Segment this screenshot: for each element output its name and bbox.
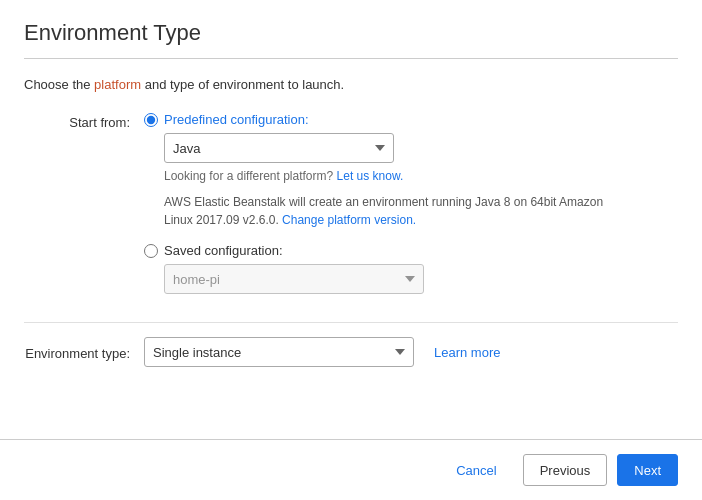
saved-config-select[interactable]: home-pi	[164, 264, 424, 294]
java-dropdown-wrapper: Java Python Node.js PHP Ruby .NET Go	[164, 133, 678, 163]
cancel-button[interactable]: Cancel	[440, 454, 512, 486]
java-platform-select[interactable]: Java Python Node.js PHP Ruby .NET Go	[164, 133, 394, 163]
configuration-radio-group: Predefined configuration: Java Python No…	[144, 112, 678, 294]
saved-config-radio[interactable]	[144, 244, 158, 258]
radio-options: Predefined configuration: Java Python No…	[144, 112, 678, 294]
home-pi-dropdown-wrapper: home-pi	[164, 264, 678, 294]
saved-config-radio-text: Saved configuration:	[164, 243, 283, 258]
let-us-know-link[interactable]: Let us know.	[337, 169, 404, 183]
env-type-select[interactable]: Single instance Load balanced	[144, 337, 414, 367]
env-type-label: Environment type:	[24, 343, 144, 361]
footer: Cancel Previous Next	[0, 439, 702, 500]
env-type-field: Single instance Load balanced Learn more	[144, 337, 678, 367]
start-from-label: Start from:	[24, 112, 144, 130]
predefined-radio-label[interactable]: Predefined configuration:	[144, 112, 678, 127]
next-button[interactable]: Next	[617, 454, 678, 486]
previous-button[interactable]: Previous	[523, 454, 608, 486]
saved-config-option: Saved configuration: home-pi	[144, 243, 678, 294]
env-type-section: Environment type: Single instance Load b…	[24, 322, 678, 367]
predefined-radio-text: Predefined configuration:	[164, 112, 309, 127]
title-divider	[24, 58, 678, 59]
aws-description: AWS Elastic Beanstalk will create an env…	[164, 193, 624, 229]
saved-config-radio-label[interactable]: Saved configuration:	[144, 243, 678, 258]
learn-more-link[interactable]: Learn more	[434, 345, 500, 360]
env-type-row: Environment type: Single instance Load b…	[24, 337, 678, 367]
platform-link[interactable]: platform	[94, 77, 141, 92]
intro-text: Choose the platform and type of environm…	[24, 77, 678, 92]
page-title: Environment Type	[24, 20, 678, 46]
predefined-radio[interactable]	[144, 113, 158, 127]
change-platform-link[interactable]: Change platform version.	[282, 213, 416, 227]
predefined-option: Predefined configuration: Java Python No…	[144, 112, 678, 229]
form-section: Start from: Predefined configuration: Ja…	[24, 112, 678, 312]
looking-for-text: Looking for a different platform? Let us…	[164, 169, 678, 183]
start-from-row: Start from: Predefined configuration: Ja…	[24, 112, 678, 294]
